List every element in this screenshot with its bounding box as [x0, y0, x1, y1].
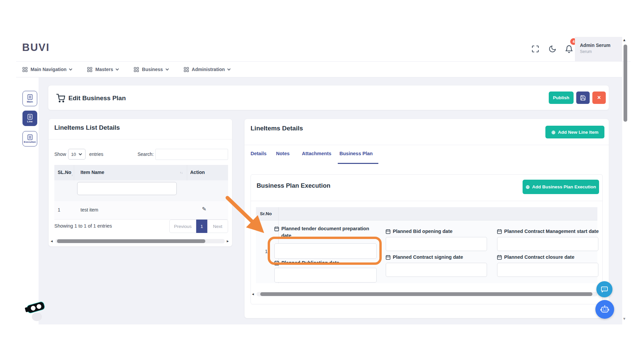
lineitems-list-title: LineItems List Details	[54, 124, 120, 131]
nav-item-business[interactable]: Business	[134, 67, 168, 72]
scroll-up-arrow[interactable]: ▴	[623, 38, 626, 42]
app-root: BUVI 4 Admin Serum Serum Main Navigation	[0, 0, 644, 362]
contract-signing-date-input[interactable]	[386, 263, 487, 277]
sort-icon: ↑↓	[180, 171, 183, 174]
grid-icon	[184, 67, 189, 72]
tender-preparation-date-input[interactable]	[274, 243, 377, 259]
publish-button[interactable]: Publish	[549, 92, 574, 104]
field-label-tender-preparation: Planned tender document preparation date	[274, 225, 378, 239]
chat-fab[interactable]	[596, 281, 612, 297]
cell-slno: 1	[58, 207, 60, 213]
execution-table-header	[256, 207, 597, 221]
field-label-contract-mgmt-start: Planned Contract Management start date	[497, 228, 601, 235]
sidebar-item-label: Execution	[24, 140, 36, 143]
dark-mode-button[interactable]	[547, 44, 557, 54]
chevron-down-icon	[69, 67, 72, 71]
main-navbar: Main Navigation Masters Business Ad	[16, 62, 622, 77]
nav-item-administration[interactable]: Administration	[184, 67, 230, 72]
assistant-fab[interactable]	[595, 300, 614, 319]
itemname-filter-input[interactable]	[77, 182, 177, 195]
grid-icon	[134, 67, 139, 72]
calendar-icon	[386, 255, 390, 260]
scroll-left-arrow[interactable]: ◂	[51, 239, 53, 243]
chevron-down-icon	[227, 67, 231, 71]
close-button[interactable]: ×	[592, 92, 606, 104]
search-label: Search:	[138, 152, 154, 157]
show-label: Show	[54, 152, 66, 157]
sort-icon: ↓	[71, 173, 73, 177]
field-label-publication: Planned Publication date	[274, 259, 378, 266]
scroll-left-arrow[interactable]: ◂	[252, 292, 254, 296]
calendar-icon	[274, 226, 279, 231]
tab-attachments[interactable]: Attachments	[302, 151, 331, 156]
page-title: Edit Business Plan	[68, 95, 126, 102]
chevron-down-icon	[79, 152, 82, 156]
vertical-scrollbar-thumb[interactable]	[624, 45, 627, 122]
sidebar-item-label: Line	[27, 120, 33, 123]
save-icon	[580, 95, 586, 101]
edit-business-plan-card	[48, 85, 609, 110]
grid-icon	[22, 67, 28, 72]
fullscreen-button[interactable]	[530, 44, 540, 54]
pagination-next[interactable]: Next	[207, 220, 228, 233]
chatbot-avatar[interactable]	[24, 299, 48, 321]
contract-closure-date-input[interactable]	[497, 263, 598, 277]
pencil-icon: ✎	[202, 206, 206, 212]
sidebar-item-line[interactable]: Line	[22, 111, 37, 126]
nav-label: Main Navigation	[31, 67, 66, 72]
scroll-right-arrow[interactable]: ▸	[227, 239, 229, 243]
chevron-down-icon	[165, 67, 169, 71]
add-business-plan-execution-label: Add Business Plan Execution	[532, 184, 596, 189]
nav-label: Masters	[95, 67, 113, 72]
field-label-contract-closure: Planned Contract closure date	[497, 254, 601, 261]
column-header-slno[interactable]: SL.No	[58, 170, 71, 175]
horizontal-scrollbar-thumb[interactable]	[57, 239, 205, 243]
nav-item-masters[interactable]: Masters	[87, 67, 118, 72]
pagination-page-1[interactable]: 1	[196, 220, 207, 233]
document-icon	[28, 114, 33, 120]
calendar-icon	[497, 255, 502, 260]
cart-icon	[56, 94, 65, 103]
save-button[interactable]	[576, 92, 590, 104]
contract-mgmt-start-date-input[interactable]	[497, 237, 598, 251]
add-new-line-item-button[interactable]: ⊕ Add New Line Item	[545, 126, 604, 138]
nav-label: Administration	[192, 67, 225, 72]
pagination-previous[interactable]: Previous	[169, 220, 196, 233]
bell-icon	[565, 45, 573, 53]
chevron-down-icon	[116, 67, 119, 71]
horizontal-scrollbar-thumb[interactable]	[260, 292, 592, 296]
column-header-action[interactable]: Action	[190, 170, 205, 175]
brand-logo: BUVI	[22, 42, 50, 54]
entries-label: entries	[89, 152, 103, 157]
field-label-contract-signing: Planned Contract signing date	[386, 254, 490, 261]
scroll-down-arrow[interactable]: ▾	[623, 316, 626, 321]
plus-circle-icon: ⊕	[551, 130, 556, 135]
sidebar-item-main[interactable]: Main	[22, 91, 37, 106]
column-header-itemname[interactable]: Item Name	[80, 170, 104, 175]
document-icon	[28, 134, 33, 140]
add-business-plan-execution-button[interactable]: ⊕ Add Business Plan Execution	[523, 180, 599, 194]
close-icon: ×	[597, 94, 601, 101]
tab-notes[interactable]: Notes	[276, 151, 289, 156]
table-summary: Showing 1 to 1 of 1 entries	[54, 223, 112, 229]
execution-row-number: 1	[265, 249, 268, 254]
search-input[interactable]	[155, 149, 228, 160]
publication-date-input[interactable]	[274, 268, 377, 283]
sidebar-item-label: Main	[27, 100, 33, 103]
bid-opening-date-input[interactable]	[386, 237, 487, 251]
fullscreen-icon	[531, 45, 539, 53]
tab-details[interactable]: Details	[251, 151, 267, 156]
divider	[49, 139, 232, 139]
document-icon	[28, 94, 33, 100]
user-name: Admin Serum	[580, 43, 622, 48]
edit-row-button[interactable]: ✎	[202, 206, 206, 212]
tab-business-plan[interactable]: Business Plan	[339, 151, 373, 156]
nav-item-main-navigation[interactable]: Main Navigation	[22, 67, 72, 72]
nav-label: Business	[142, 67, 163, 72]
notifications-button[interactable]	[564, 44, 574, 54]
business-plan-execution-title: Business Plan Execution	[257, 182, 330, 189]
sidebar-item-execution[interactable]: Execution	[22, 131, 37, 146]
user-menu[interactable]: Admin Serum Serum	[575, 37, 622, 62]
moon-icon	[548, 45, 556, 53]
page-size-select[interactable]: 10	[68, 149, 86, 160]
